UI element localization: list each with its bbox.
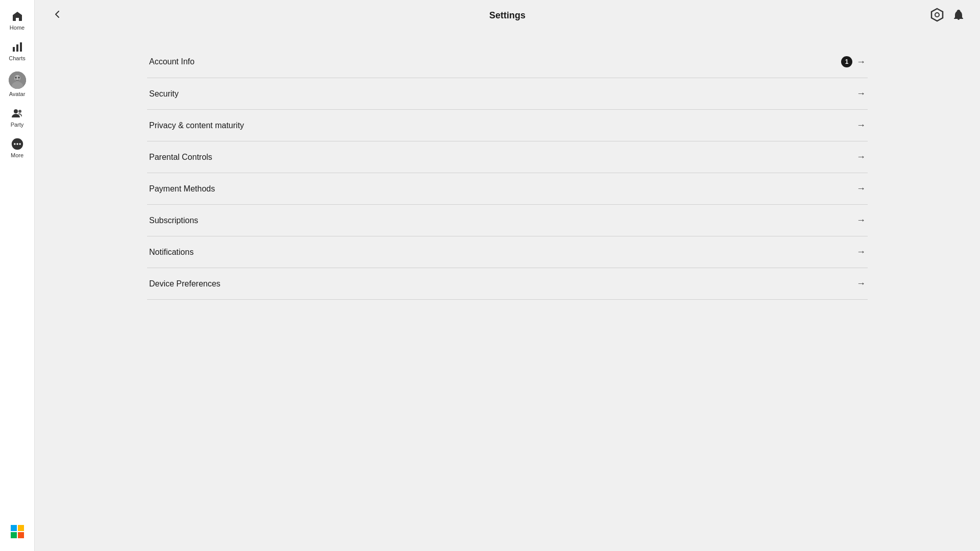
- svg-rect-15: [18, 525, 24, 531]
- header-left: [50, 7, 64, 24]
- settings-item-device-right: →: [856, 278, 866, 289]
- settings-item-device[interactable]: Device Preferences →: [147, 268, 868, 300]
- svg-rect-14: [11, 525, 17, 531]
- parental-label: Parental Controls: [149, 153, 212, 162]
- settings-item-payment-left: Payment Methods: [149, 184, 215, 194]
- account-info-label: Account Info: [149, 57, 195, 66]
- svg-rect-0: [13, 47, 15, 52]
- security-label: Security: [149, 89, 179, 99]
- header-right: [930, 8, 965, 23]
- sidebar-item-more-label: More: [11, 152, 23, 158]
- svg-point-7: [18, 77, 20, 79]
- settings-item-notifications[interactable]: Notifications →: [147, 236, 868, 268]
- settings-item-security-left: Security: [149, 89, 179, 99]
- svg-point-13: [19, 143, 20, 145]
- svg-rect-17: [18, 532, 24, 538]
- sidebar-item-home[interactable]: Home: [0, 5, 34, 36]
- back-button[interactable]: [50, 7, 64, 24]
- svg-rect-2: [20, 42, 22, 52]
- payment-label: Payment Methods: [149, 184, 215, 194]
- settings-item-subscriptions-left: Subscriptions: [149, 216, 198, 225]
- settings-item-notifications-right: →: [856, 247, 866, 257]
- svg-point-11: [14, 143, 15, 145]
- sidebar-item-party-label: Party: [11, 122, 24, 128]
- main-content: Settings Account I: [35, 0, 980, 551]
- sidebar: Home Charts Avatar: [0, 0, 35, 551]
- settings-item-security[interactable]: Security →: [147, 78, 868, 110]
- settings-item-payment-right: →: [856, 183, 866, 194]
- party-icon: [11, 107, 23, 119]
- page-title: Settings: [489, 10, 525, 21]
- account-info-arrow: →: [856, 57, 866, 67]
- svg-marker-18: [931, 9, 943, 21]
- sidebar-item-charts-label: Charts: [9, 55, 25, 61]
- settings-item-privacy-right: →: [856, 120, 866, 131]
- avatar-icon: [9, 71, 26, 89]
- settings-item-account-info-right: 1 →: [841, 56, 866, 67]
- settings-item-privacy-left: Privacy & content maturity: [149, 121, 244, 130]
- windows-logo: [10, 524, 25, 541]
- settings-icon-button[interactable]: [930, 8, 944, 23]
- settings-item-device-left: Device Preferences: [149, 279, 221, 289]
- sidebar-item-more[interactable]: More: [0, 133, 34, 163]
- svg-point-9: [18, 110, 21, 113]
- settings-item-account-info-left: Account Info: [149, 57, 195, 66]
- settings-item-parental-right: →: [856, 152, 866, 162]
- header: Settings: [35, 0, 980, 31]
- svg-point-12: [16, 143, 18, 145]
- settings-list: Account Info 1 → Security → Privac: [147, 46, 868, 300]
- payment-arrow: →: [856, 183, 866, 194]
- hex-icon: [930, 8, 944, 22]
- settings-item-notifications-left: Notifications: [149, 248, 194, 257]
- device-arrow: →: [856, 278, 866, 289]
- subscriptions-label: Subscriptions: [149, 216, 198, 225]
- privacy-label: Privacy & content maturity: [149, 121, 244, 130]
- settings-item-parental-left: Parental Controls: [149, 153, 212, 162]
- device-label: Device Preferences: [149, 279, 221, 289]
- settings-item-subscriptions[interactable]: Subscriptions →: [147, 205, 868, 236]
- svg-point-6: [15, 77, 17, 79]
- svg-point-19: [935, 13, 939, 17]
- more-icon: [11, 138, 23, 150]
- sidebar-item-avatar[interactable]: Avatar: [0, 66, 34, 102]
- settings-item-payment[interactable]: Payment Methods →: [147, 173, 868, 205]
- charts-icon: [11, 41, 23, 53]
- home-icon: [11, 10, 23, 22]
- security-arrow: →: [856, 88, 866, 99]
- sidebar-item-charts[interactable]: Charts: [0, 36, 34, 66]
- svg-rect-16: [11, 532, 17, 538]
- settings-container: Account Info 1 → Security → Privac: [35, 31, 980, 551]
- subscriptions-arrow: →: [856, 215, 866, 226]
- account-info-badge: 1: [841, 56, 852, 67]
- settings-item-privacy[interactable]: Privacy & content maturity →: [147, 110, 868, 141]
- sidebar-item-home-label: Home: [10, 25, 25, 31]
- sidebar-item-avatar-label: Avatar: [9, 91, 26, 97]
- svg-rect-1: [16, 44, 18, 52]
- parental-arrow: →: [856, 152, 866, 162]
- bell-icon: [952, 9, 965, 21]
- sidebar-item-party[interactable]: Party: [0, 102, 34, 133]
- notifications-arrow: →: [856, 247, 866, 257]
- svg-point-8: [14, 109, 18, 113]
- settings-item-parental[interactable]: Parental Controls →: [147, 141, 868, 173]
- notification-button[interactable]: [952, 9, 965, 22]
- settings-item-subscriptions-right: →: [856, 215, 866, 226]
- notifications-label: Notifications: [149, 248, 194, 257]
- privacy-arrow: →: [856, 120, 866, 131]
- settings-item-security-right: →: [856, 88, 866, 99]
- settings-item-account-info[interactable]: Account Info 1 →: [147, 46, 868, 78]
